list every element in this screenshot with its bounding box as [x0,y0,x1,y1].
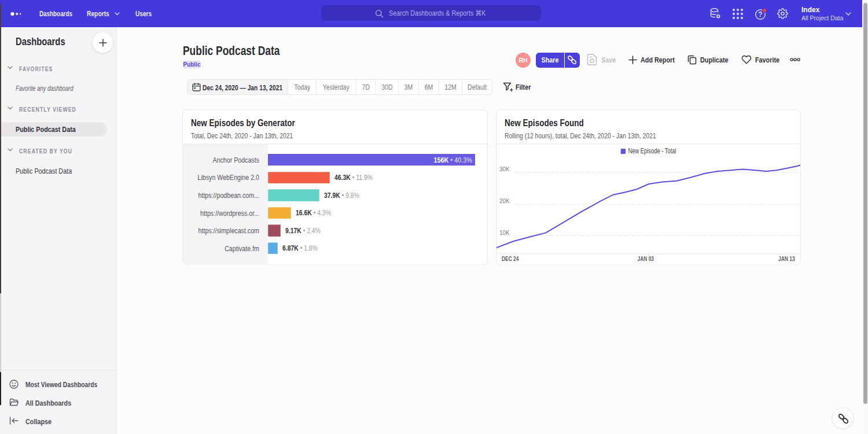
svg-text:?: ? [758,10,762,19]
